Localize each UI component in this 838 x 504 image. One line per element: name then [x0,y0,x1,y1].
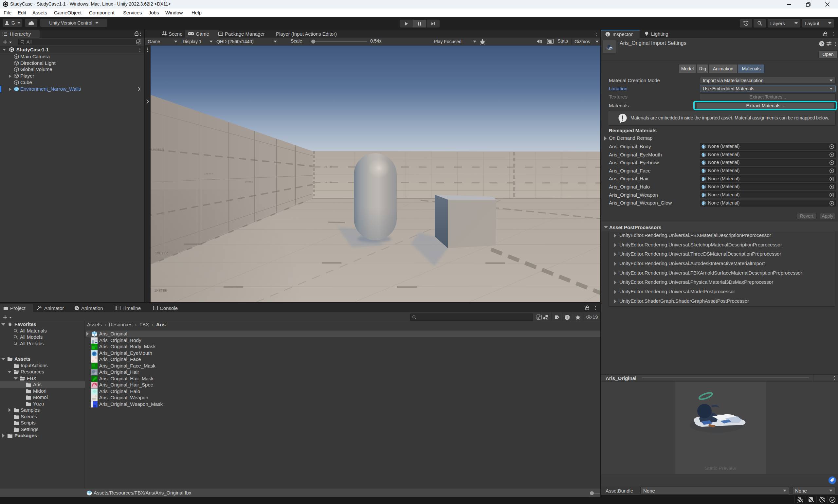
svg-text:1METER: 1METER [151,148,164,152]
svg-text:1METER: 1METER [323,181,332,184]
svg-text:1METER: 1METER [245,181,253,184]
svg-text:?: ? [821,42,823,46]
svg-text:1METER: 1METER [323,166,332,168]
svg-text:1METER: 1METER [204,172,213,175]
